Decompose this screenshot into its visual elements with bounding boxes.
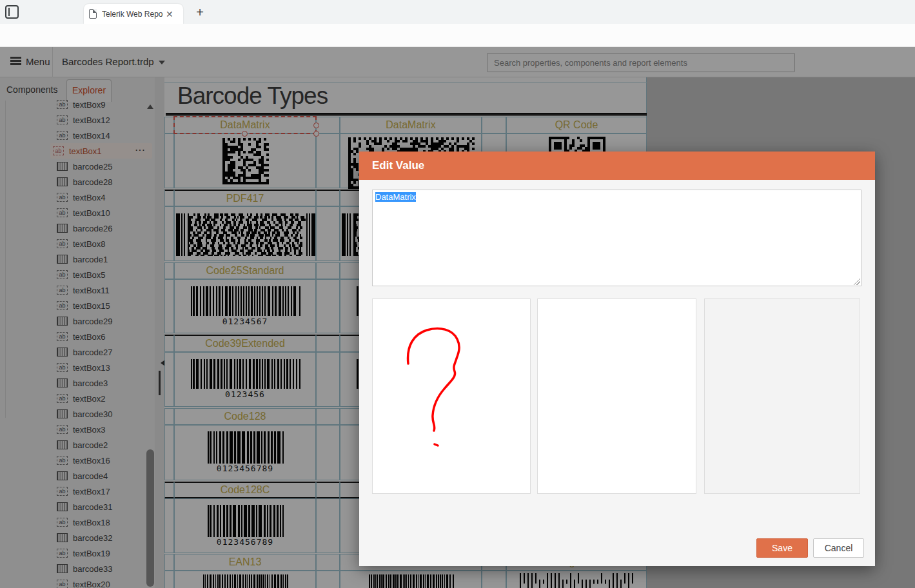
page-favicon-icon: [89, 9, 97, 19]
preview-panel-secondary[interactable]: [704, 299, 860, 494]
screen: Telerik Web Report Designer Dem ✕ + ← → …: [0, 0, 915, 588]
browser-tab[interactable]: Telerik Web Report Designer Dem ✕: [84, 4, 183, 24]
tab-title: Telerik Web Report Designer Dem: [102, 10, 163, 19]
preview-panel[interactable]: [537, 299, 696, 494]
browser-tab-strip: Telerik Web Report Designer Dem ✕ +: [0, 0, 915, 24]
selected-value-text: DataMatrix: [375, 192, 416, 202]
new-tab-button[interactable]: +: [191, 4, 209, 22]
drawing-panel[interactable]: [372, 299, 531, 494]
textarea-resize-grip[interactable]: [852, 277, 860, 285]
cancel-button[interactable]: Cancel: [813, 538, 864, 558]
tab-actions-icon[interactable]: [5, 5, 19, 19]
close-tab-icon[interactable]: ✕: [166, 10, 173, 19]
browser-nav-bar: ← → ⟳ https://localhost:7153/webreportde…: [0, 24, 915, 47]
value-textarea[interactable]: DataMatrix: [372, 190, 861, 286]
dialog-title: Edit Value: [359, 152, 875, 180]
question-mark-annotation: [373, 299, 531, 495]
save-button[interactable]: Save: [756, 538, 808, 558]
edit-value-dialog: Edit Value DataMatrix Save Cancel: [359, 152, 875, 566]
